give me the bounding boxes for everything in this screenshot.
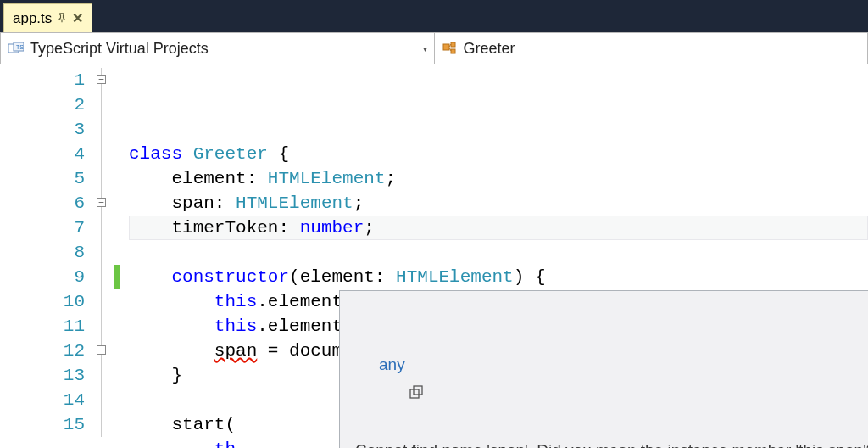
- code-line[interactable]: timerToken: number;: [129, 216, 868, 240]
- line-number-gutter: 123456789101112131415: [0, 64, 97, 448]
- fold-toggle[interactable]: −: [97, 198, 106, 207]
- close-icon[interactable]: ✕: [72, 10, 83, 26]
- line-number: 5: [0, 166, 97, 191]
- svg-rect-3: [443, 44, 449, 50]
- code-line[interactable]: element: HTMLElement;: [129, 166, 868, 191]
- fold-toggle[interactable]: −: [97, 75, 106, 84]
- svg-rect-5: [451, 49, 455, 53]
- editor-window: app.ts ✕ TS TypeScript Virtual Projects …: [0, 0, 868, 448]
- code-line[interactable]: [129, 240, 868, 265]
- tab-bar: app.ts ✕: [0, 0, 868, 32]
- pin-icon[interactable]: [57, 12, 67, 25]
- svg-rect-4: [451, 42, 455, 47]
- fold-column: −−−: [97, 64, 129, 448]
- line-number: 9: [0, 265, 97, 289]
- code-line[interactable]: class Greeter {: [129, 142, 868, 166]
- error-tooltip: any Cannot find name 'span'. Did you mea…: [339, 290, 868, 448]
- file-tab-label: app.ts: [13, 10, 52, 27]
- navigation-bar: TS TypeScript Virtual Projects ▾ Greeter: [0, 32, 868, 64]
- line-number: 8: [0, 240, 97, 265]
- svg-rect-8: [410, 389, 419, 398]
- line-number: 11: [0, 314, 97, 339]
- code-editor[interactable]: 123456789101112131415 −−− class Greeter …: [0, 64, 868, 448]
- line-number: 4: [0, 142, 97, 166]
- fold-toggle[interactable]: −: [97, 345, 106, 355]
- stack-icon: [355, 357, 370, 372]
- tooltip-message: Cannot find name 'span'. Did you mean th…: [355, 438, 868, 448]
- code-area[interactable]: class Greeter { element: HTMLElement; sp…: [129, 64, 868, 448]
- code-line[interactable]: span: HTMLElement;: [129, 191, 868, 216]
- line-number: 3: [0, 117, 97, 142]
- class-icon: [442, 42, 459, 55]
- ts-project-icon: TS: [8, 42, 25, 55]
- line-number: 7: [0, 216, 97, 240]
- svg-rect-9: [414, 386, 422, 395]
- member-label: Greeter: [464, 40, 515, 58]
- change-marker: [114, 265, 120, 289]
- line-number: 12: [0, 339, 97, 363]
- line-number: 6: [0, 191, 97, 216]
- line-number: 10: [0, 289, 97, 314]
- code-line[interactable]: constructor(element: HTMLElement) {: [129, 265, 868, 289]
- line-number: 1: [0, 68, 97, 92]
- chevron-down-icon: ▾: [423, 44, 427, 53]
- svg-text:TS: TS: [16, 44, 24, 50]
- line-number: 15: [0, 412, 97, 437]
- line-number: 13: [0, 363, 97, 388]
- tooltip-type: any: [379, 352, 405, 377]
- scope-label: TypeScript Virtual Projects: [30, 40, 209, 58]
- line-number: 14: [0, 388, 97, 412]
- line-number: 2: [0, 92, 97, 117]
- member-dropdown[interactable]: Greeter: [434, 33, 868, 64]
- file-tab[interactable]: app.ts ✕: [3, 3, 92, 32]
- scope-dropdown[interactable]: TS TypeScript Virtual Projects ▾: [1, 33, 434, 64]
